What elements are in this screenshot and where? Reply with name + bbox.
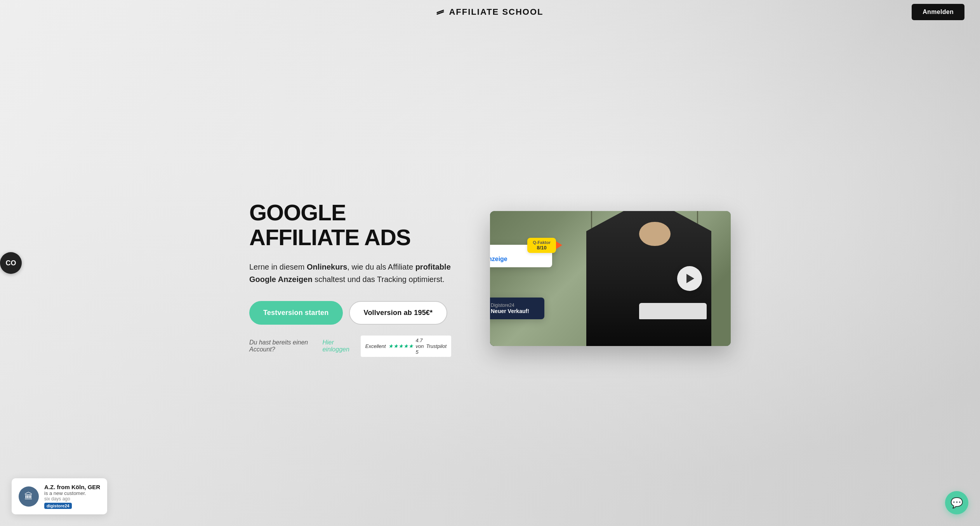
sp-desc: is a new customer.	[44, 490, 100, 496]
hero-content: GOOGLE AFFILIATE ADS Lerne in diesem Onl…	[218, 200, 762, 357]
hero-buttons: Testversion starten Vollversion ab 195€*	[249, 301, 451, 325]
ad-title: Deine Anzeige	[490, 256, 546, 263]
header: AFFILIATE SCHOOL Anmelden	[0, 0, 980, 24]
hero-title: GOOGLE AFFILIATE ADS	[249, 200, 451, 250]
digistore-text: Digistore24 Neuer Verkauf!	[491, 303, 529, 314]
subtitle-bold1: Onlinekurs	[307, 263, 347, 271]
trustpilot-star-inline: ★★★★★	[388, 343, 414, 349]
sp-name: A.Z. from Köln, GER	[44, 484, 100, 490]
vollversion-button[interactable]: Vollversion ab 195€*	[349, 301, 448, 325]
chat-icon: 💬	[950, 497, 963, 509]
q-faktor-badge: Q-Faktor 8/10	[527, 238, 556, 253]
co-avatar[interactable]: CO	[0, 252, 22, 274]
hero-left: GOOGLE AFFILIATE ADS Lerne in diesem Onl…	[249, 200, 451, 357]
digistore-overlay: ✉ Digistore24 Neuer Verkauf!	[490, 298, 544, 319]
play-button[interactable]	[677, 266, 702, 291]
co-initials: CO	[6, 259, 16, 267]
social-proof-text: A.Z. from Köln, GER is a new customer. s…	[44, 484, 100, 509]
anmelden-button[interactable]: Anmelden	[912, 4, 964, 20]
login-text: Du hast bereits einen Account?	[249, 339, 315, 353]
trustpilot-inline: Excellent ★★★★★ 4.7 von 5 Trustpilot	[361, 336, 451, 357]
testversion-button[interactable]: Testversion starten	[249, 301, 343, 325]
hero-right: Q-Faktor 8/10 Gesponsert Deine Anzeige ✉…	[490, 211, 731, 346]
ad-overlay: Q-Faktor 8/10 Gesponsert Deine Anzeige	[490, 245, 552, 267]
hero-section: GOOGLE AFFILIATE ADS Lerne in diesem Onl…	[0, 0, 980, 526]
trustpilot-inline-name: Trustpilot	[426, 343, 447, 349]
logo-icon	[436, 11, 444, 14]
trustpilot-inline-rating: 4.7 von 5	[416, 337, 424, 355]
digistore24-logo: digistore24	[44, 503, 72, 509]
logo: AFFILIATE SCHOOL	[436, 7, 543, 17]
trustpilot-inline-label: Excellent	[365, 343, 386, 349]
social-proof-popup: 🏛 A.Z. from Köln, GER is a new customer.…	[12, 478, 107, 514]
q-faktor-label: Q-Faktor	[533, 240, 551, 245]
city-icon: 🏛	[19, 486, 39, 507]
login-link[interactable]: Hier einloggen	[322, 339, 353, 353]
sp-time: six days ago	[44, 496, 100, 502]
digistore-label: Digistore24	[491, 303, 529, 308]
video-card[interactable]: Q-Faktor 8/10 Gesponsert Deine Anzeige ✉…	[490, 211, 731, 346]
hero-subtitle: Lerne in diesem Onlinekurs, wie du als A…	[249, 261, 451, 285]
q-faktor-value: 8/10	[537, 245, 546, 251]
subtitle-part2: , wie du als Affiliate	[347, 263, 415, 271]
digistore-sale: Neuer Verkauf!	[491, 308, 529, 314]
chat-button[interactable]: 💬	[945, 491, 968, 514]
subtitle-part3: schaltest und das Tracking optimierst.	[313, 275, 445, 284]
subtitle-part1: Lerne in diesem	[249, 263, 307, 271]
logo-text: AFFILIATE SCHOOL	[449, 7, 543, 17]
hero-login-row: Du hast bereits einen Account? Hier einl…	[249, 336, 451, 357]
